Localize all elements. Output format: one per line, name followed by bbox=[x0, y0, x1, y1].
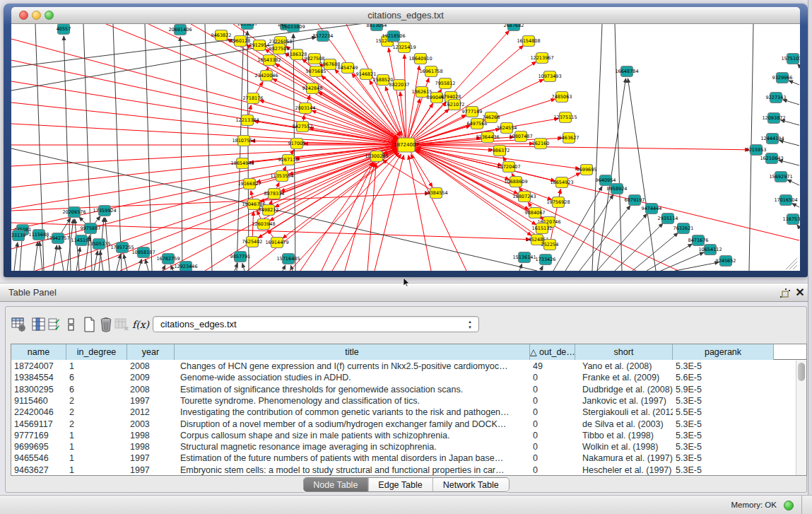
network-edge[interactable] bbox=[145, 24, 152, 271]
column-header-name[interactable]: name bbox=[11, 344, 66, 360]
table-cell[interactable]: 5.9E-5 bbox=[676, 384, 774, 395]
network-edge[interactable] bbox=[383, 160, 436, 193]
table-cell[interactable]: Tibbo et al. (1998) bbox=[582, 430, 673, 441]
tab-network-table[interactable]: Network Table bbox=[433, 478, 509, 492]
network-edge[interactable] bbox=[11, 103, 396, 144]
network-edge[interactable] bbox=[53, 245, 57, 271]
table-cell[interactable]: Investigating the contribution of common… bbox=[180, 407, 530, 418]
network-edge[interactable] bbox=[375, 156, 404, 271]
table-selector-dropdown[interactable]: citations_edges.txt ▲▼ bbox=[153, 316, 479, 332]
table-cell[interactable]: 1997 bbox=[130, 452, 175, 464]
table-row[interactable]: 977716911998Corpus callosum shape and si… bbox=[11, 430, 796, 441]
network-edge[interactable] bbox=[59, 245, 64, 271]
table-cell[interactable]: Changes of HCN gene expression and I(f) … bbox=[180, 361, 530, 372]
table-cell[interactable]: 5.6E-5 bbox=[676, 372, 774, 383]
table-body[interactable]: 1872400712008Changes of HCN gene express… bbox=[11, 361, 796, 475]
network-edge[interactable] bbox=[416, 149, 678, 271]
rows-icon[interactable] bbox=[64, 317, 79, 332]
table-row[interactable]: 946554611997Estimation of the future num… bbox=[11, 452, 796, 464]
column-header-pagerank[interactable]: pagerank bbox=[673, 344, 774, 360]
network-edge[interactable] bbox=[675, 262, 719, 271]
network-edge[interactable] bbox=[367, 163, 376, 271]
table-cell[interactable]: Yano et al. (2008) bbox=[582, 361, 673, 372]
network-edge[interactable] bbox=[100, 251, 103, 271]
network-edge[interactable] bbox=[113, 24, 122, 271]
column-header-title[interactable]: title bbox=[175, 344, 530, 360]
table-cell[interactable]: 2008 bbox=[130, 361, 175, 372]
table-row[interactable]: 1872400712008Changes of HCN gene express… bbox=[11, 361, 796, 372]
table-cell[interactable]: Nakamura et al. (1997) bbox=[582, 452, 673, 464]
network-edge[interactable] bbox=[146, 259, 148, 271]
table-cell[interactable]: 0 bbox=[533, 419, 575, 430]
table-cell[interactable]: 5.3E-5 bbox=[676, 441, 774, 452]
network-canvas[interactable]: 1872400718300295946382289601288912954232… bbox=[11, 24, 800, 271]
resize-grip-icon[interactable] bbox=[789, 262, 797, 269]
network-edge[interactable] bbox=[345, 163, 375, 271]
table-cell[interactable]: Wolkin et al. (1998) bbox=[582, 441, 673, 452]
table-cell[interactable]: 6 bbox=[69, 384, 127, 395]
column-header-out_de[interactable]: △ out_de… bbox=[530, 344, 575, 360]
table-cell[interactable]: 1997 bbox=[130, 465, 175, 475]
table-cell[interactable]: 9699695 bbox=[14, 441, 66, 452]
network-edge[interactable] bbox=[789, 81, 799, 85]
table-row[interactable]: 946362711997Embryonic stem cells: a mode… bbox=[11, 465, 796, 475]
table-cell[interactable]: Stergiakouli et al. (2012) bbox=[582, 407, 673, 418]
table-cell[interactable]: 2008 bbox=[130, 384, 175, 395]
table-row[interactable]: 1938455462009Genome-wide association stu… bbox=[11, 372, 796, 383]
table-cell[interactable]: 1998 bbox=[130, 430, 175, 441]
float-window-icon[interactable] bbox=[780, 288, 791, 298]
table-cell[interactable]: 5.3E-5 bbox=[676, 465, 774, 475]
table-cell[interactable]: 9463627 bbox=[14, 465, 66, 475]
table-row[interactable]: 969969511998Structural magnetic resonanc… bbox=[11, 441, 796, 452]
network-edge[interactable] bbox=[14, 243, 18, 271]
select-all-check-icon[interactable]: ✓ ✓ bbox=[48, 317, 64, 332]
table-cell[interactable]: 0 bbox=[533, 372, 575, 383]
table-cell[interactable]: Corpus callosum shape and size in male p… bbox=[180, 430, 530, 441]
table-cell[interactable]: Franke et al. (2009) bbox=[582, 372, 673, 383]
network-edge[interactable] bbox=[406, 145, 749, 150]
network-edge[interactable] bbox=[242, 264, 245, 271]
table-cell[interactable]: Tourette syndrome. Phenomenology and cla… bbox=[180, 395, 530, 407]
function-builder-icon[interactable]: f(x) bbox=[132, 317, 151, 332]
network-edge[interactable] bbox=[579, 206, 630, 271]
tab-edge-table[interactable]: Edge Table bbox=[368, 478, 433, 492]
table-cell[interactable]: 2009 bbox=[130, 372, 175, 383]
table-cell[interactable]: 0 bbox=[533, 407, 575, 418]
table-cell[interactable]: 19384554 bbox=[14, 372, 66, 383]
table-cell[interactable]: 2012 bbox=[130, 407, 175, 418]
table-settings-icon[interactable] bbox=[11, 317, 27, 332]
table-cell[interactable]: 2 bbox=[69, 395, 127, 407]
table-cell[interactable]: 49 bbox=[533, 361, 575, 372]
window-titlebar[interactable]: citations_edges.txt bbox=[11, 7, 800, 24]
network-edge[interactable] bbox=[565, 194, 613, 271]
close-icon[interactable]: ✕ bbox=[794, 286, 806, 300]
table-cell[interactable]: 1 bbox=[69, 452, 127, 464]
table-cell[interactable]: 2003 bbox=[130, 419, 175, 430]
table-cell[interactable]: 9115460 bbox=[14, 395, 66, 407]
table-cell[interactable]: Structural magnetic resonance image aver… bbox=[180, 441, 530, 452]
network-edge[interactable] bbox=[406, 145, 555, 181]
table-cell[interactable]: Jankovic et al. (1997) bbox=[582, 395, 673, 407]
network-edge[interactable] bbox=[20, 237, 22, 271]
table-cell[interactable]: 1 bbox=[69, 430, 127, 441]
table-cell[interactable]: 0 bbox=[533, 395, 575, 407]
table-row[interactable]: 1456911722003Disruption of a novel membe… bbox=[11, 419, 796, 430]
table-cell[interactable]: 1 bbox=[69, 465, 127, 475]
table-cell[interactable]: Embryonic stem cells: a model to study s… bbox=[180, 465, 530, 475]
table-cell[interactable]: Hescheler et al. (1997) bbox=[582, 465, 673, 475]
network-edge[interactable] bbox=[628, 78, 656, 271]
network-edge[interactable] bbox=[34, 242, 38, 271]
table-cell[interactable]: Estimation of significance thresholds fo… bbox=[180, 384, 530, 395]
table-cell[interactable]: Genome-wide association studies in ADHD. bbox=[180, 372, 530, 383]
table-row[interactable]: 911546021997Tourette syndrome. Phenomeno… bbox=[11, 395, 796, 407]
table-cell[interactable]: 5.3E-5 bbox=[676, 419, 774, 430]
table-cell[interactable]: 22420046 bbox=[14, 407, 66, 418]
vertical-scrollbar[interactable] bbox=[796, 361, 806, 475]
table-cell[interactable]: 0 bbox=[533, 452, 575, 464]
table-cell[interactable]: 5.3E-5 bbox=[676, 395, 774, 407]
table-row[interactable]: 2242004622012Investigating the contribut… bbox=[11, 407, 796, 418]
table-cell[interactable]: 0 bbox=[533, 430, 575, 441]
table-cell[interactable]: 5.3E-5 bbox=[676, 452, 774, 464]
table-cell[interactable]: 1 bbox=[69, 361, 127, 372]
table-cell[interactable]: 1 bbox=[69, 441, 127, 452]
